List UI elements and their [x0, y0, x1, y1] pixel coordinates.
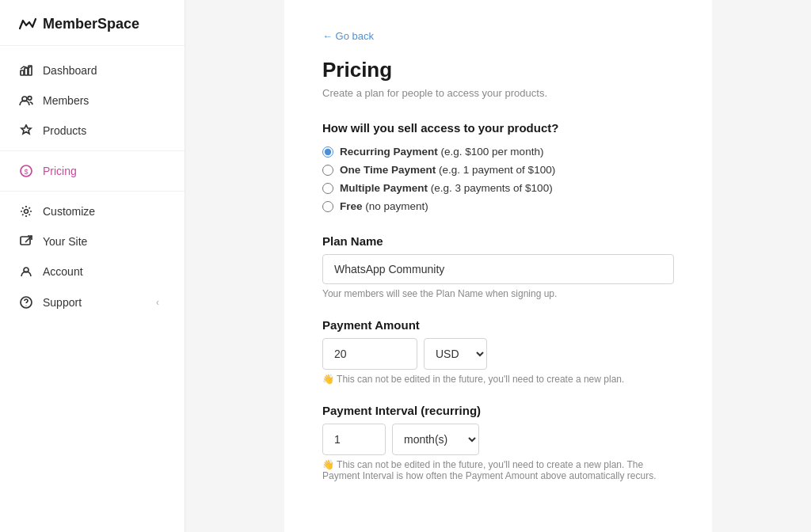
plan-name-label: Plan Name — [322, 234, 674, 248]
plan-name-input[interactable] — [322, 254, 674, 284]
one-time-desc: (e.g. 1 payment of $100) — [439, 164, 555, 176]
customize-icon — [19, 204, 33, 218]
payment-amount-field: Payment Amount USD EUR GBP 👋 This can no… — [322, 318, 674, 385]
multiple-radio[interactable] — [322, 183, 333, 194]
account-icon — [19, 264, 33, 279]
svg-point-4 — [28, 97, 32, 101]
sidebar-item-account[interactable]: Account — [0, 256, 185, 287]
currency-select[interactable]: USD EUR GBP — [424, 338, 487, 370]
dashboard-label: Dashboard — [43, 64, 97, 77]
payment-amount-row: USD EUR GBP — [322, 338, 674, 370]
payment-type-multiple[interactable]: Multiple Payment (e.g. 3 payments of $10… — [322, 182, 674, 194]
payment-interval-warning: 👋 This can not be edited in the future, … — [322, 459, 674, 481]
account-label: Account — [43, 265, 83, 278]
free-desc: (no payment) — [365, 200, 428, 212]
your-site-label: Your Site — [43, 235, 87, 248]
multiple-desc: (e.g. 3 payments of $100) — [431, 182, 553, 194]
payment-interval-label: Payment Interval (recurring) — [322, 404, 674, 417]
free-bold: Free — [340, 200, 363, 212]
pricing-icon: $ — [19, 164, 33, 178]
multiple-label: Multiple Payment (e.g. 3 payments of $10… — [340, 182, 553, 194]
members-label: Members — [43, 94, 89, 107]
sidebar-collapse-button[interactable]: ‹ — [150, 294, 166, 310]
plan-name-field: Plan Name Your members will see the Plan… — [322, 234, 674, 299]
payment-amount-input[interactable] — [322, 338, 417, 370]
one-time-label: One Time Payment (e.g. 1 payment of $100… — [340, 164, 555, 176]
svg-rect-8 — [21, 237, 30, 245]
pricing-label: Pricing — [43, 165, 77, 177]
free-radio[interactable] — [322, 201, 333, 212]
members-icon — [19, 93, 33, 108]
page-subtitle: Create a plan for people to access your … — [322, 87, 674, 99]
dashboard-icon — [19, 63, 33, 78]
recurring-desc: (e.g. $100 per month) — [441, 146, 544, 158]
products-icon — [19, 124, 33, 138]
sidebar-nav: Dashboard Members Products $ Pricing — [0, 46, 185, 532]
support-icon — [19, 295, 33, 310]
sell-question: How will you sell access to your product… — [322, 121, 674, 135]
interval-select[interactable]: month(s) week(s) year(s) — [392, 424, 479, 455]
sidebar-item-dashboard[interactable]: Dashboard — [0, 55, 185, 86]
svg-point-7 — [25, 210, 29, 214]
recurring-radio[interactable] — [322, 146, 333, 158]
your-site-icon — [19, 234, 33, 249]
recurring-bold: Recurring Payment — [340, 146, 438, 158]
payment-type-free[interactable]: Free (no payment) — [322, 200, 674, 212]
logo-icon — [19, 17, 36, 32]
svg-text:$: $ — [24, 168, 28, 176]
brand-name: MemberSpace — [43, 16, 139, 32]
payment-type-recurring[interactable]: Recurring Payment (e.g. $100 per month) — [322, 146, 674, 158]
payment-interval-field: Payment Interval (recurring) month(s) we… — [322, 404, 674, 481]
payment-amount-label: Payment Amount — [322, 318, 674, 332]
sidebar: MemberSpace Dashboard Members Products — [0, 0, 185, 532]
payment-interval-row: month(s) week(s) year(s) — [322, 424, 674, 455]
payment-type-one-time[interactable]: One Time Payment (e.g. 1 payment of $100… — [322, 164, 674, 176]
payment-amount-warning: 👋 This can not be edited in the future, … — [322, 374, 674, 385]
sidebar-item-pricing[interactable]: $ Pricing — [0, 156, 185, 186]
sidebar-item-members[interactable]: Members — [0, 86, 185, 116]
interval-input[interactable] — [322, 424, 386, 455]
products-label: Products — [43, 124, 86, 137]
support-label: Support — [43, 296, 82, 309]
go-back-link[interactable]: ← Go back — [322, 30, 374, 42]
sidebar-item-products[interactable]: Products — [0, 116, 185, 146]
page-title: Pricing — [322, 58, 674, 82]
plan-name-hint: Your members will see the Plan Name when… — [322, 288, 674, 299]
svg-rect-0 — [21, 70, 24, 75]
multiple-bold: Multiple Payment — [340, 182, 428, 194]
svg-rect-1 — [25, 68, 28, 75]
sidebar-item-customize[interactable]: Customize — [0, 196, 185, 226]
main-content: ← Go back Pricing Create a plan for peop… — [185, 0, 811, 532]
brand-logo: MemberSpace — [0, 0, 185, 46]
recurring-label: Recurring Payment (e.g. $100 per month) — [340, 146, 543, 158]
payment-type-group: Recurring Payment (e.g. $100 per month) … — [322, 146, 674, 212]
free-label: Free (no payment) — [340, 200, 428, 212]
pricing-card: ← Go back Pricing Create a plan for peop… — [284, 0, 712, 532]
one-time-bold: One Time Payment — [340, 164, 436, 176]
sidebar-item-support[interactable]: Support ‹ — [0, 287, 185, 318]
one-time-radio[interactable] — [322, 165, 333, 176]
sidebar-item-your-site[interactable]: Your Site — [0, 226, 185, 256]
customize-label: Customize — [43, 205, 95, 218]
